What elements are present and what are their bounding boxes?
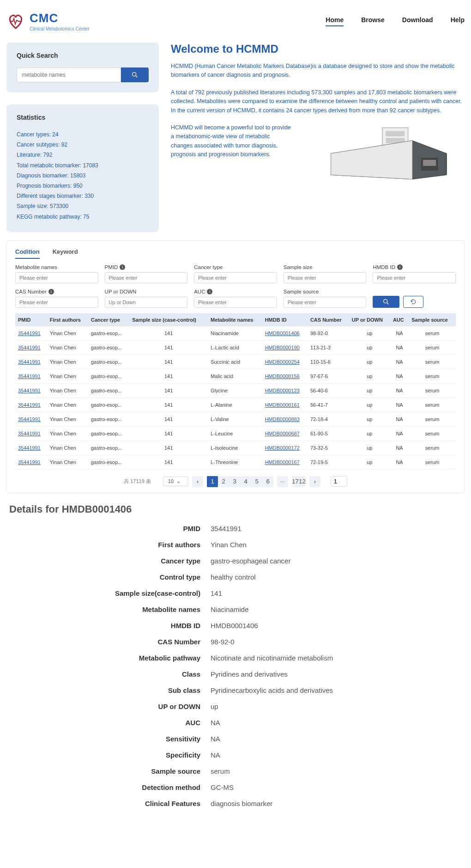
filter-sample-size: Sample size: [284, 264, 367, 283]
col-header[interactable]: UP or DOWN: [349, 313, 390, 326]
info-icon[interactable]: i: [48, 289, 54, 294]
detail-value: diagnosis biomarker: [211, 800, 465, 807]
detail-label: Sample source: [6, 767, 200, 775]
page-2[interactable]: 2: [218, 476, 229, 487]
page-next[interactable]: ›: [309, 476, 320, 487]
col-header[interactable]: First authors: [47, 313, 88, 326]
nav-browse[interactable]: Browse: [361, 16, 385, 26]
col-header[interactable]: AUC: [390, 313, 409, 326]
table-row: 35441991Yinan Chengastro-esop...141L-Ala…: [15, 397, 456, 412]
filter-input[interactable]: [284, 297, 367, 308]
pmid-link[interactable]: 35441991: [18, 459, 41, 465]
detail-label: First authors: [6, 541, 200, 549]
col-header[interactable]: Sample source: [409, 313, 456, 326]
hmdb-link[interactable]: HMDB0000687: [265, 431, 300, 436]
filter-row-1: Metabolite namesPMIDiCancer typeSample s…: [15, 264, 456, 283]
page-last[interactable]: 1712: [292, 476, 306, 487]
table-row: 35441991Yinan Chengastro-esop...141L-Val…: [15, 412, 456, 426]
svg-rect-9: [423, 160, 436, 166]
info-icon[interactable]: i: [397, 264, 403, 270]
filter-input[interactable]: [194, 297, 277, 308]
pagination: 共 17119 条 10 ⌄ ‹ 123456 ··· 1712 ›: [15, 476, 456, 487]
hmdb-link[interactable]: HMDB0001406: [265, 330, 300, 336]
filter-input[interactable]: [284, 272, 367, 283]
page-3[interactable]: 3: [229, 476, 240, 487]
page-5[interactable]: 5: [251, 476, 262, 487]
page-prev[interactable]: ‹: [192, 476, 203, 487]
detail-value: Nicotinate and nicotinamide metabolism: [211, 654, 465, 662]
detail-label: Detection method: [6, 783, 200, 791]
pmid-link[interactable]: 35441991: [18, 445, 41, 451]
page-goto-input[interactable]: [331, 476, 347, 487]
info-icon[interactable]: i: [207, 289, 212, 294]
filter-input[interactable]: [373, 272, 456, 283]
nav-help[interactable]: Help: [451, 16, 465, 26]
filter-reset-button[interactable]: [403, 296, 423, 308]
pmid-link[interactable]: 35441991: [18, 388, 41, 393]
table-row: 35441991Yinan Chengastro-esop...141Niaci…: [15, 326, 456, 341]
quick-search-button[interactable]: [121, 67, 149, 82]
detail-value: gastro-esophageal cancer: [211, 557, 465, 565]
hmdb-link[interactable]: HMDB0000167: [265, 459, 300, 465]
detail-value: up: [211, 703, 465, 710]
pmid-link[interactable]: 35441991: [18, 416, 41, 422]
detail-value: NA: [211, 751, 465, 759]
nav-download[interactable]: Download: [402, 16, 433, 26]
hmdb-link[interactable]: HMDB0000883: [265, 416, 300, 422]
hmdb-link[interactable]: HMDB0000123: [265, 388, 300, 393]
hmdb-link[interactable]: HMDB0000172: [265, 445, 300, 451]
detail-value: Niacinamide: [211, 605, 465, 613]
filter-input[interactable]: [15, 272, 98, 283]
filter-row-2: CAS NumberiUP or DOWNAUCiSample source: [15, 289, 456, 308]
page-size-select[interactable]: 10 ⌄: [163, 477, 188, 486]
pmid-link[interactable]: 35441991: [18, 402, 41, 408]
table-row: 35441991Yinan Chengastro-esop...141Succi…: [15, 355, 456, 369]
filter-input[interactable]: [105, 272, 188, 283]
filter-up-or-down: UP or DOWN: [105, 289, 188, 308]
quick-search-input[interactable]: [17, 67, 121, 82]
hmdb-link[interactable]: HMDB0000254: [265, 359, 300, 365]
filter-search-button[interactable]: [373, 296, 399, 308]
page-6[interactable]: 6: [262, 476, 273, 487]
nav-home[interactable]: Home: [326, 16, 344, 26]
col-header[interactable]: Sample size (case-control): [129, 313, 208, 326]
col-header[interactable]: Metabolite names: [208, 313, 262, 326]
info-icon[interactable]: i: [120, 264, 125, 270]
tab-keyword[interactable]: Keyword: [53, 248, 78, 259]
detail-label: Metabolic pathway: [6, 654, 200, 662]
svg-line-1: [136, 76, 137, 77]
svg-rect-3: [386, 131, 405, 136]
pmid-link[interactable]: 35441991: [18, 330, 41, 336]
detail-value: serum: [211, 767, 465, 775]
col-header[interactable]: HMDB ID: [262, 313, 308, 326]
pmid-link[interactable]: 35441991: [18, 359, 41, 365]
hmdb-link[interactable]: HMDB0000156: [265, 373, 300, 379]
hmdb-link[interactable]: HMDB0000161: [265, 402, 300, 408]
statistics-list: Cancer types: 24Cancer subtypes: 92Liter…: [17, 129, 149, 222]
pmid-link[interactable]: 35441991: [18, 431, 41, 436]
pmid-link[interactable]: 35441991: [18, 373, 41, 379]
detail-label: HMDB ID: [6, 622, 200, 630]
quick-search-panel: Quick Search: [6, 43, 159, 92]
stat-item: Total metabolic biomarker: 17083: [17, 160, 149, 171]
tab-codition[interactable]: Codition: [15, 248, 40, 259]
filter-input[interactable]: [105, 297, 188, 308]
statistics-panel: Statistics Cancer types: 24Cancer subtyp…: [6, 104, 159, 232]
pmid-link[interactable]: 35441991: [18, 345, 41, 350]
quick-search-title: Quick Search: [17, 52, 149, 59]
hmdb-link[interactable]: HMDB0000190: [265, 345, 300, 350]
detail-label: PMID: [6, 525, 200, 532]
filter-input[interactable]: [194, 272, 277, 283]
filter-auc: AUCi: [194, 289, 277, 308]
detail-label: Metabolite names: [6, 605, 200, 613]
page-1[interactable]: 1: [207, 476, 218, 487]
intro: Welcome to HCMMD HCMMD (Human Cancer Met…: [171, 43, 465, 232]
col-header[interactable]: CAS Number: [308, 313, 349, 326]
filter-input[interactable]: [15, 297, 98, 308]
machine-illustration: [300, 123, 465, 183]
col-header[interactable]: Cancer type: [88, 313, 129, 326]
logo[interactable]: CMC Clinical Metabolomics Center: [6, 11, 90, 31]
intro-p1: HCMMD (Human Cancer Metabolic Markers Da…: [171, 62, 465, 80]
page-4[interactable]: 4: [240, 476, 251, 487]
col-header[interactable]: PMID: [15, 313, 47, 326]
